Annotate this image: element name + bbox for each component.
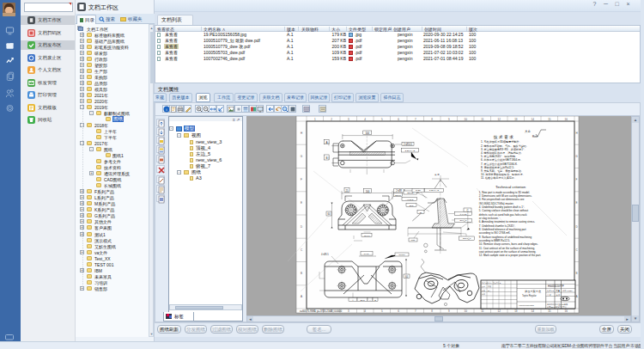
svg-text:2. Dimensions with M are casti: 2. Dimensions with M are casting dimensi… <box>479 194 532 198</box>
svg-text:8×45°: 8×45° <box>364 253 369 255</box>
svg-text:E: E <box>301 201 302 205</box>
svg-text:100: 100 <box>366 190 370 193</box>
svg-text:⊥ 0.1 B: ⊥ 0.1 B <box>459 213 466 215</box>
svg-text:14: 14 <box>532 118 535 121</box>
svg-text:Rest: Rest <box>532 135 538 138</box>
svg-text:14: 14 <box>532 309 535 313</box>
svg-text:12: 12 <box>498 118 501 121</box>
svg-text:according to ISO 2768-mK.: according to ISO 2768-mK. <box>479 231 511 235</box>
svg-text:B: B <box>575 272 577 275</box>
svg-text:A: A <box>301 295 302 298</box>
svg-text:6. Annealing treatment to remo: 6. Annealing treatment to remove casting… <box>479 220 535 223</box>
svg-text:15: 15 <box>548 309 551 313</box>
svg-text:H: H <box>575 132 577 135</box>
svg-text:11: 11 <box>481 309 483 313</box>
svg-text:11: 11 <box>481 118 483 121</box>
svg-text:R15: R15 <box>411 239 416 242</box>
svg-text:Topito Regular: Topito Regular <box>522 294 537 297</box>
svg-text:⌖ Ø0.1 A B: ⌖ Ø0.1 A B <box>405 150 416 152</box>
svg-text:Ø30h7: Ø30h7 <box>395 194 402 196</box>
svg-text:4×Ø8.5: 4×Ø8.5 <box>321 253 329 256</box>
svg-text:Technical criterion: Technical criterion <box>495 185 526 189</box>
svg-text:16: 16 <box>565 309 568 313</box>
svg-text:Ø0.5: Ø0.5 <box>360 299 365 302</box>
svg-text:2×Ø8: 2×Ø8 <box>416 189 422 192</box>
svg-text:16: 16 <box>565 118 568 121</box>
svg-text:10. Remove sharp corners, burr: 10. Remove sharp corners, burrs and shar… <box>479 242 538 246</box>
svg-text:2×Ø10.5: 2×Ø10.5 <box>404 143 413 146</box>
svg-text:其余: 其余 <box>525 130 531 133</box>
svg-text:12: 12 <box>498 309 501 313</box>
svg-text:F: F <box>576 178 578 181</box>
svg-text:液压支架支座: 液压支架支座 <box>525 290 542 293</box>
svg-text:Rz12.5: Rz12.5 <box>399 254 406 255</box>
svg-text:12. Mark sample state at a pro: 12. Mark sample state at a proper positi… <box>479 254 541 257</box>
svg-text:其 余: 其 余 <box>434 173 440 176</box>
svg-text:x=60175.9380, y=-3745.2168 , 0: x=60175.9380, y=-3745.2168 , 0.0000 <box>300 309 342 313</box>
svg-text:15: 15 <box>548 118 551 121</box>
svg-text:A: A <box>325 141 327 144</box>
svg-text:F: F <box>301 178 302 181</box>
svg-text:Ø45: Ø45 <box>410 205 414 207</box>
svg-text:B: B <box>325 156 327 160</box>
svg-text:13: 13 <box>514 309 518 313</box>
svg-text:A: A <box>575 295 577 298</box>
svg-text:H: H <box>301 132 302 135</box>
svg-text:E: E <box>575 201 577 205</box>
svg-text:10: 10 <box>465 309 468 313</box>
svg-text:2×Ø8: 2×Ø8 <box>396 189 402 193</box>
svg-text:5. Casting surface should be c: 5. Casting surface should be clean witho… <box>479 209 528 212</box>
svg-text:10: 10 <box>465 118 468 121</box>
svg-text:HG05322077P: HG05322077P <box>548 285 564 288</box>
svg-text:11. 检验合格后方可入库存放。: 11. 检验合格后方可入库存放。 <box>481 176 517 180</box>
svg-text:45±0.1: 45±0.1 <box>363 235 370 236</box>
svg-text:▱ 0.05 D: ▱ 0.05 D <box>405 199 414 200</box>
svg-text:B: B <box>301 272 302 275</box>
svg-text:13: 13 <box>514 118 518 121</box>
svg-text:yibantuzhipingtai: yibantuzhipingtai <box>519 304 534 307</box>
svg-text:⌖ Ø0.1 A B: ⌖ Ø0.1 A B <box>429 189 439 191</box>
svg-text:100: 100 <box>365 132 369 135</box>
